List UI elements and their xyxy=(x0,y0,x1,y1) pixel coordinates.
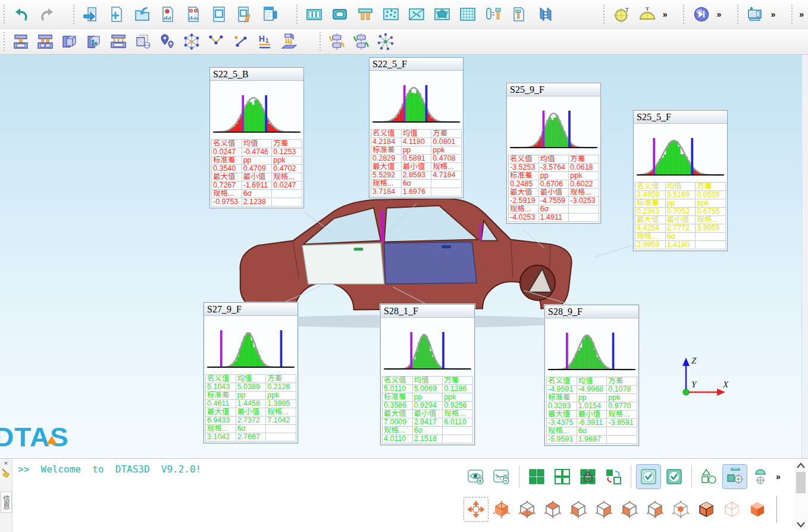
measurement-panel-S25_5_F[interactable]: S25_5_F名义值均值方差3.49593.51690.0559标准差ppppk… xyxy=(633,110,728,251)
show-add-icon[interactable] xyxy=(464,465,488,489)
3d-viewport[interactable]: Z Y X DTAS S22_5_B名义值均值方差0.0247-0.47460.… xyxy=(0,55,802,458)
model-doc-icon[interactable] xyxy=(207,2,231,26)
feature-polygon-icon[interactable] xyxy=(430,2,454,26)
feature-pin-doc-icon[interactable] xyxy=(507,2,531,26)
display-solid-icon[interactable] xyxy=(746,497,769,521)
view-iso-icon[interactable] xyxy=(490,497,513,521)
close-icon[interactable]: × xyxy=(4,460,8,467)
fixture-press-icon[interactable] xyxy=(107,30,130,53)
new-file-icon[interactable] xyxy=(105,2,129,26)
playback-icon[interactable] xyxy=(690,2,713,26)
locate-pins-icon[interactable] xyxy=(156,30,178,53)
quad-outline-icon[interactable] xyxy=(550,465,574,489)
gravity-cube-icon[interactable] xyxy=(278,30,300,53)
rotate-cylinder-green-icon[interactable] xyxy=(350,30,372,53)
feature-mesh-icon[interactable] xyxy=(456,2,480,26)
point-line-icon[interactable] xyxy=(229,30,252,53)
redo-icon[interactable] xyxy=(35,2,59,26)
shapes-filled-icon[interactable] xyxy=(723,465,747,489)
export-model-icon[interactable] xyxy=(79,2,103,26)
report-compare-icon[interactable] xyxy=(181,2,205,26)
gdt-semicircle-icon[interactable] xyxy=(635,2,659,26)
open-model-icon[interactable] xyxy=(130,2,154,26)
panel-title[interactable]: S22_5_F xyxy=(369,58,463,71)
toolbar-grip-handle[interactable] xyxy=(72,5,75,24)
tab-info[interactable]: 信息 xyxy=(1,492,12,513)
measurement-panel-S28_9_F[interactable]: S28_9_F名义值均值方差-4.9591-4.99680.1078标准差ppp… xyxy=(544,305,639,446)
feature-measure-plane-icon[interactable] xyxy=(405,2,428,26)
report-chart-icon[interactable] xyxy=(156,2,180,26)
toolbar-grip-handle[interactable] xyxy=(790,5,793,24)
view-left-icon[interactable] xyxy=(566,497,590,521)
quad-swap-icon[interactable] xyxy=(602,465,625,489)
toolbar-grip-handle[interactable] xyxy=(318,32,321,51)
overflow-chevron[interactable]: » xyxy=(774,472,782,481)
apply-check-dark-icon[interactable] xyxy=(662,465,686,489)
panel-title[interactable]: S22_5_B xyxy=(210,68,303,81)
message-console[interactable]: × 信息 >> Welcome to DTAS3D V9.2.0! » xyxy=(0,458,808,532)
panel-title[interactable]: S27_9_F xyxy=(204,303,297,316)
display-shaded-icon[interactable] xyxy=(694,497,718,521)
h1-levels-icon[interactable]: H1 xyxy=(253,30,276,53)
machine-icon[interactable] xyxy=(743,2,767,26)
measurement-panel-S22_5_B[interactable]: S22_5_B名义值均值方差0.0247-0.47460.1253标准差pppp… xyxy=(209,67,304,208)
fixture-clamp-double-icon[interactable] xyxy=(34,30,57,53)
pan-view-icon[interactable] xyxy=(464,497,488,521)
shape-semicircle-target-icon[interactable] xyxy=(749,465,772,489)
toolbar-grip-handle[interactable] xyxy=(2,32,5,51)
view-bottom-icon[interactable] xyxy=(515,497,539,521)
feature-cylinders-icon[interactable] xyxy=(302,2,326,26)
toolbar-grip-handle[interactable] xyxy=(736,5,739,24)
toolbar-grip-handle[interactable] xyxy=(2,5,5,24)
panel-title[interactable]: S25_9_F xyxy=(507,83,600,96)
quad-filled-icon[interactable] xyxy=(525,465,549,489)
star-network-icon[interactable] xyxy=(374,30,397,53)
scrollbar-thumb[interactable] xyxy=(796,472,806,493)
scroll-up-icon[interactable] xyxy=(794,460,807,471)
spec-doc-icon[interactable] xyxy=(258,2,282,26)
undo-icon[interactable] xyxy=(10,2,33,26)
toolbar-grip-handle[interactable] xyxy=(682,5,685,24)
quad-lock-icon[interactable] xyxy=(576,465,600,489)
feature-slot-icon[interactable] xyxy=(328,2,352,26)
feature-planes-icon[interactable] xyxy=(533,2,556,26)
overflow-chevron[interactable]: » xyxy=(715,10,724,19)
hide-remove-icon[interactable] xyxy=(490,465,513,489)
toolbar-grip-handle[interactable] xyxy=(603,5,606,24)
hex-network-icon[interactable] xyxy=(180,30,203,53)
edit-doc-icon[interactable] xyxy=(233,2,256,26)
display-wireframe-icon[interactable] xyxy=(720,497,744,521)
panel-stats-table: 名义值均值方差-3.5253-3.57640.0618标准差ppppk0.248… xyxy=(508,155,599,222)
measurement-panel-S28_1_F[interactable]: S28_1_F名义值均值方差5.01105.00690.1286标准差ppppk… xyxy=(380,304,475,445)
view-front-icon[interactable] xyxy=(618,497,641,521)
measurement-panel-S27_9_F[interactable]: S27_9_F名义值均值方差5.10435.03890.2126标准差ppppk… xyxy=(203,302,298,443)
cube-dice-icon[interactable] xyxy=(83,30,105,53)
overflow-chevron[interactable]: » xyxy=(769,10,777,19)
rotate-cylinder-yellow-icon[interactable] xyxy=(325,30,348,53)
cube-plane-icon[interactable] xyxy=(58,30,81,53)
shapes-outline-icon[interactable] xyxy=(697,465,721,489)
panel-title[interactable]: S28_9_F xyxy=(545,305,638,318)
gdt-circle-icon[interactable] xyxy=(610,2,634,26)
clear-console-broom-icon[interactable] xyxy=(1,468,11,480)
panel-title[interactable]: S28_1_F xyxy=(381,305,474,318)
feature-pin-slot-icon[interactable] xyxy=(481,2,505,26)
measurement-panel-S25_9_F[interactable]: S25_9_F名义值均值方差-3.5253-3.57640.0618标准差ppp… xyxy=(506,83,601,224)
overflow-chevron[interactable]: » xyxy=(797,10,806,19)
vector-angle-icon[interactable] xyxy=(205,30,227,53)
fixture-clamp-icon[interactable] xyxy=(10,30,32,53)
panel-title[interactable]: S25_5_F xyxy=(634,111,727,124)
feature-tab-icon[interactable] xyxy=(353,2,377,26)
feature-points-icon[interactable] xyxy=(379,2,403,26)
view-back-icon[interactable] xyxy=(643,497,667,521)
view-right-icon[interactable] xyxy=(592,497,616,521)
console-scrollbar[interactable] xyxy=(794,460,807,530)
overflow-chevron[interactable]: » xyxy=(661,10,669,19)
toolbar-grip-handle[interactable] xyxy=(295,5,298,24)
scroll-down-icon[interactable] xyxy=(794,520,807,530)
view-top-icon[interactable] xyxy=(541,497,565,521)
measurement-panel-S22_5_F[interactable]: S22_5_F名义值均值方差4.21844.11800.0801标准差ppppk… xyxy=(369,57,463,198)
apply-check-light-icon[interactable] xyxy=(637,465,660,489)
view-center-icon[interactable] xyxy=(669,497,693,521)
cube-measure-icon[interactable] xyxy=(131,30,154,53)
